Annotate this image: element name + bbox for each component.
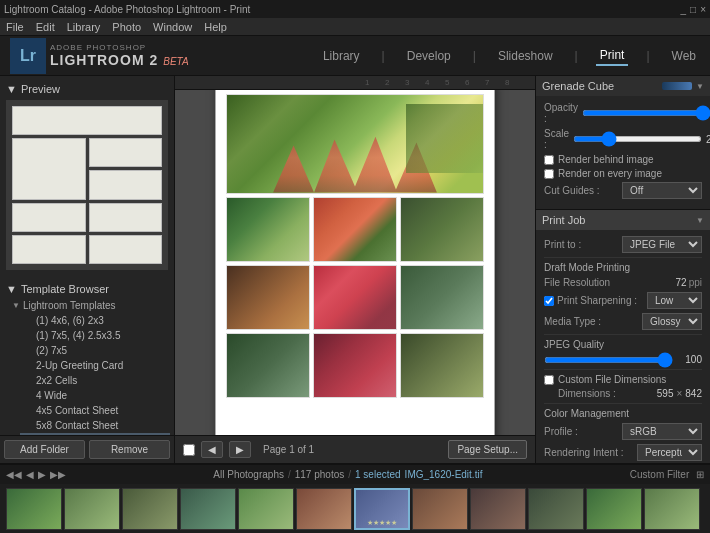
print-job-header[interactable]: Print Job ▼ xyxy=(536,210,710,230)
jpeg-quality-slider[interactable] xyxy=(544,357,673,363)
menu-edit[interactable]: Edit xyxy=(36,21,55,33)
filmstrip-info: All Photographs / 117 photos / 1 selecte… xyxy=(213,469,482,480)
filmstrip-thumb-6[interactable] xyxy=(296,488,352,530)
nav-sep2: | xyxy=(469,47,480,65)
print-to-select[interactable]: JPEG File xyxy=(622,236,702,253)
grenade-cube-content: Opacity : 100 Scale : 25 Render behind i… xyxy=(536,96,710,209)
cut-guides-select[interactable]: Off xyxy=(622,182,702,199)
preview-label: Preview xyxy=(21,83,60,95)
maximize-btn[interactable]: □ xyxy=(690,4,696,15)
profile-select[interactable]: sRGB xyxy=(622,423,702,440)
filmstrip-sep2: / xyxy=(348,469,351,480)
media-type-select[interactable]: Glossy xyxy=(642,313,702,330)
nav-develop[interactable]: Develop xyxy=(403,47,455,65)
color-mgmt-section: Color Management Profile : sRGB Renderin… xyxy=(544,403,702,461)
preview-cell-5 xyxy=(12,203,86,232)
filmstrip-thumb-3[interactable] xyxy=(122,488,178,530)
print-canvas xyxy=(175,90,535,435)
rendering-select[interactable]: Perceptual xyxy=(637,444,702,461)
photo-main xyxy=(226,94,484,194)
filmstrip-thumb-4[interactable] xyxy=(180,488,236,530)
filmstrip-last-btn[interactable]: ▶▶ xyxy=(50,469,66,480)
page-indicator: Page 1 of 1 xyxy=(257,444,320,455)
photo-bot-1 xyxy=(226,333,310,398)
filmstrip-thumb-10[interactable] xyxy=(528,488,584,530)
filmstrip-next-btn[interactable]: ▶ xyxy=(38,469,46,480)
nav-slideshow[interactable]: Slideshow xyxy=(494,47,557,65)
titlebar-controls[interactable]: _ □ × xyxy=(681,4,706,15)
render-every-checkbox[interactable] xyxy=(544,169,554,179)
nav-forward-button[interactable]: ▶ xyxy=(229,441,251,458)
scale-slider[interactable] xyxy=(573,136,702,142)
sharpening-select[interactable]: Low xyxy=(647,292,702,309)
close-btn[interactable]: × xyxy=(700,4,706,15)
filmstrip-thumb-5[interactable] xyxy=(238,488,294,530)
template-item-3[interactable]: 2-Up Greeting Card xyxy=(20,358,170,373)
profile-label: Profile : xyxy=(544,426,622,437)
template-item-0[interactable]: (1) 4x6, (6) 2x3 xyxy=(20,313,170,328)
nav-library[interactable]: Library xyxy=(319,47,364,65)
ruler-3: 3 xyxy=(405,78,409,87)
filmstrip-thumb-12[interactable] xyxy=(644,488,700,530)
remove-button[interactable]: Remove xyxy=(89,440,170,459)
center-bottom-bar: ◀ ▶ Page 1 of 1 Page Setup... xyxy=(175,435,535,463)
jpeg-quality-label: JPEG Quality xyxy=(544,339,604,350)
template-item-1[interactable]: (1) 7x5, (4) 2.5x3.5 xyxy=(20,328,170,343)
preview-section: ▼ Preview xyxy=(0,76,174,276)
lightroom-templates-header[interactable]: ▼ Lightroom Templates xyxy=(12,298,170,313)
filmstrip-thumb-1[interactable] xyxy=(6,488,62,530)
nav-print[interactable]: Print xyxy=(596,46,629,66)
opacity-slider[interactable] xyxy=(582,110,710,116)
menu-window[interactable]: Window xyxy=(153,21,192,33)
nav-web[interactable]: Web xyxy=(668,47,700,65)
custom-file-checkbox[interactable] xyxy=(544,375,554,385)
print-job-section: Print Job ▼ Print to : JPEG File Draft M… xyxy=(536,210,710,463)
filmstrip-thumb-11[interactable] xyxy=(586,488,642,530)
ruler-4: 4 xyxy=(425,78,429,87)
preview-cell-6 xyxy=(89,203,163,232)
ruler-7: 7 xyxy=(485,78,489,87)
template-item-6[interactable]: 4x5 Contact Sheet xyxy=(20,403,170,418)
custom-file-section: Custom File Dimensions Dimensions : 595 … xyxy=(544,369,702,399)
minimize-btn[interactable]: _ xyxy=(681,4,687,15)
template-browser-header[interactable]: ▼ Template Browser xyxy=(4,280,170,298)
page-checkbox[interactable] xyxy=(183,444,195,456)
template-item-2[interactable]: (2) 7x5 xyxy=(20,343,170,358)
template-browser-triangle: ▼ xyxy=(6,283,17,295)
menu-library[interactable]: Library xyxy=(67,21,101,33)
filter-icon[interactable]: ⊞ xyxy=(696,469,704,480)
menu-photo[interactable]: Photo xyxy=(112,21,141,33)
menu-file[interactable]: File xyxy=(6,21,24,33)
preview-triangle: ▼ xyxy=(6,83,17,95)
dim-label: Dimensions : xyxy=(558,388,657,399)
add-folder-button[interactable]: Add Folder xyxy=(4,440,85,459)
filmstrip-thumb-2[interactable] xyxy=(64,488,120,530)
filmstrip-first-btn[interactable]: ◀◀ xyxy=(6,469,22,480)
dim-w: 595 xyxy=(657,388,674,399)
preview-cell-4 xyxy=(89,170,163,199)
nav-back-button[interactable]: ◀ xyxy=(201,441,223,458)
template-item-5[interactable]: 4 Wide xyxy=(20,388,170,403)
jpeg-quality-header: JPEG Quality xyxy=(544,334,702,350)
file-res-value: 72 xyxy=(676,277,687,288)
grenade-cube-header[interactable]: Grenade Cube ▼ xyxy=(536,76,710,96)
page-setup-button[interactable]: Page Setup... xyxy=(448,440,527,459)
ruler-2: 2 xyxy=(385,78,389,87)
sharpening-checkbox[interactable] xyxy=(544,296,554,306)
dimensions-row: Dimensions : 595 × 842 xyxy=(544,388,702,399)
menu-help[interactable]: Help xyxy=(204,21,227,33)
filmstrip-thumb-9[interactable] xyxy=(470,488,526,530)
render-behind-checkbox[interactable] xyxy=(544,155,554,165)
filmstrip-filename: IMG_1620-Edit.tif xyxy=(405,469,483,480)
template-item-4[interactable]: 2x2 Cells xyxy=(20,373,170,388)
preview-cell-1 xyxy=(12,106,162,135)
preview-header[interactable]: ▼ Preview xyxy=(4,80,170,98)
filmstrip-prev-btn[interactable]: ◀ xyxy=(26,469,34,480)
media-type-label: Media Type : xyxy=(544,316,642,327)
print-job-label: Print Job xyxy=(542,214,585,226)
topnav: Lr ADOBE PHOTOSHOP LIGHTROOM 2 BETA Libr… xyxy=(0,36,710,76)
photo-mid-1 xyxy=(226,197,310,262)
filmstrip-thumb-7[interactable]: ★★★★★ xyxy=(354,488,410,530)
filmstrip-thumb-8[interactable] xyxy=(412,488,468,530)
template-item-7[interactable]: 5x8 Contact Sheet xyxy=(20,418,170,433)
